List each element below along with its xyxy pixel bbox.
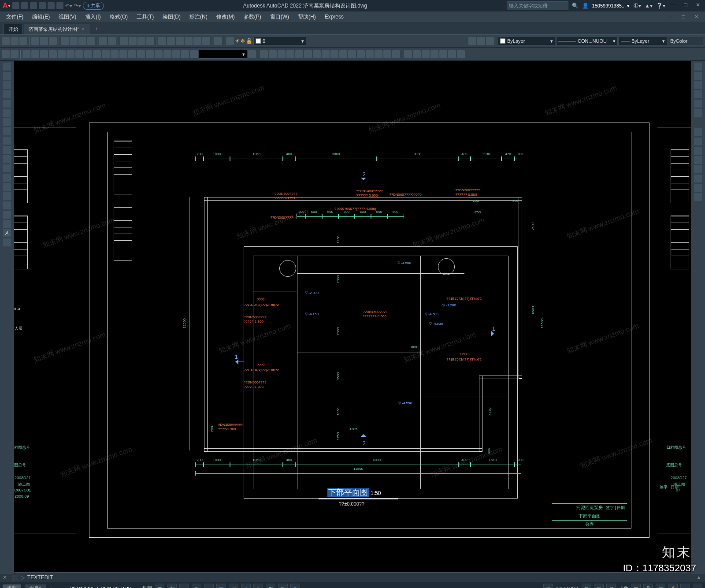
user-menu[interactable]: 15059991335... ▾ (592, 3, 630, 9)
ellipse-icon[interactable] (3, 146, 11, 154)
mirror-icon[interactable] (278, 50, 286, 58)
navwheel-icon[interactable] (694, 72, 702, 80)
vstyle-icon[interactable] (694, 147, 702, 155)
layer-lock-icon[interactable]: 🔓 (246, 38, 252, 44)
osnap-icon[interactable]: ◻ (216, 584, 226, 588)
units-display[interactable]: 小数 (619, 585, 628, 588)
tab-start[interactable]: 开始 (4, 24, 23, 34)
doc-close-icon[interactable]: ✕ (690, 14, 703, 20)
ortho-icon[interactable]: ⟂ (179, 584, 189, 588)
menu-param[interactable]: 参数(P) (239, 13, 266, 21)
menu-window[interactable]: 窗口(W) (266, 13, 293, 21)
redo-icon[interactable]: ↷▾ (74, 3, 81, 9)
dimarc-icon[interactable] (40, 50, 48, 58)
cut-icon[interactable] (61, 37, 69, 45)
doc-minimize-icon[interactable]: — (663, 14, 677, 20)
3dview-icon[interactable] (694, 138, 702, 145)
menu-edit[interactable]: 编辑(E) (28, 13, 54, 21)
share-button[interactable]: ✈共享 (83, 2, 104, 10)
lineweight-dropdown[interactable]: ByLayer▾ (619, 37, 667, 45)
gradient-icon[interactable] (3, 201, 11, 209)
cam-icon[interactable] (694, 193, 702, 201)
dyn-icon[interactable]: ⊕ (290, 584, 300, 588)
dimdia-icon[interactable] (75, 50, 83, 58)
revcloud-icon[interactable] (3, 127, 11, 135)
transp-icon[interactable]: ◧ (266, 584, 275, 588)
zoomprev-icon[interactable] (146, 37, 154, 45)
stretch-icon[interactable] (330, 50, 338, 58)
help-icon[interactable]: ❔▾ (656, 3, 665, 9)
pline-icon[interactable] (3, 81, 11, 89)
mtext-icon[interactable]: A (3, 229, 11, 237)
area-icon[interactable] (11, 50, 19, 58)
hw-icon[interactable]: ⚡ (668, 584, 678, 588)
linetype-dropdown[interactable]: CON...NUOU▾ (556, 37, 618, 45)
model-tab[interactable]: 模型 (3, 584, 21, 588)
save-icon[interactable] (30, 2, 37, 9)
color-dropdown[interactable]: ByLayer▾ (498, 37, 555, 45)
polygon-icon[interactable] (3, 90, 11, 98)
lyriso-icon[interactable] (486, 37, 494, 45)
close-button[interactable]: ✕ (694, 2, 702, 10)
draworder-icon[interactable] (404, 50, 412, 58)
lock-icon[interactable]: 🔒 (643, 584, 653, 588)
render-icon[interactable] (694, 184, 702, 192)
menu-express[interactable]: Express (320, 14, 348, 20)
copy-icon[interactable] (70, 37, 78, 45)
menu-modify[interactable]: 修改(M) (212, 13, 239, 21)
ws-icon[interactable]: ◫ (594, 584, 604, 588)
grad-icon[interactable] (422, 50, 430, 58)
layer-sun-icon[interactable]: ☀ (235, 38, 240, 44)
dimted-icon[interactable] (181, 50, 189, 58)
menu-insert[interactable]: 插入(I) (81, 13, 105, 21)
bound-icon[interactable] (430, 50, 438, 58)
rect-icon[interactable] (3, 100, 11, 108)
custom-icon[interactable]: ☰ (693, 584, 702, 588)
dimlin-icon[interactable] (22, 50, 30, 58)
grid-icon[interactable]: ▦ (155, 584, 164, 588)
showmo-icon[interactable] (694, 109, 702, 117)
menu-draw[interactable]: 绘图(D) (158, 13, 185, 21)
extend-icon[interactable] (348, 50, 356, 58)
scale-display[interactable]: 1:1 / 100% (556, 586, 579, 588)
search-input[interactable]: 键入关键字或短语 (507, 1, 568, 10)
fillet-icon[interactable] (383, 50, 391, 58)
lyr-icon[interactable] (226, 37, 234, 45)
scale-icon[interactable] (322, 50, 330, 58)
table-icon[interactable] (3, 220, 11, 228)
open-icon[interactable] (11, 37, 19, 45)
search-icon[interactable]: 🔍 (572, 3, 579, 9)
zoomext-icon[interactable] (694, 90, 702, 98)
model-canvas[interactable]: 知末网 www.znzmo.com 知末网 www.znzmo.com 知末网 … (14, 61, 691, 572)
preview-icon[interactable] (40, 37, 48, 45)
web-icon[interactable] (48, 2, 55, 9)
open-icon[interactable] (21, 2, 28, 9)
dimcon-icon[interactable] (111, 50, 119, 58)
dimstyle-dropdown[interactable]: ▾ (199, 50, 247, 59)
undo2-icon[interactable] (99, 37, 107, 45)
qp-icon[interactable]: ▤ (631, 584, 641, 588)
circle-icon[interactable] (3, 118, 11, 126)
ucs-icon[interactable] (694, 128, 702, 136)
minimize-button[interactable]: — (669, 2, 678, 10)
snap-icon[interactable]: ⨁ (167, 584, 177, 588)
revcl-icon[interactable] (457, 50, 465, 58)
zoom-icon[interactable] (129, 37, 137, 45)
copy2-icon[interactable] (269, 50, 277, 58)
spline-icon[interactable] (3, 137, 11, 145)
addsel-icon[interactable] (3, 238, 11, 246)
command-input[interactable] (25, 574, 693, 581)
menu-file[interactable]: 文件(F) (2, 13, 28, 21)
dimjog-icon[interactable] (67, 50, 74, 58)
isodraft-icon[interactable]: ▱ (204, 584, 214, 588)
help2-icon[interactable] (214, 37, 222, 45)
markup-icon[interactable] (193, 37, 201, 45)
light-icon[interactable] (694, 165, 702, 173)
toolpal-icon[interactable] (176, 37, 184, 45)
erase-icon[interactable] (260, 50, 268, 58)
jogln-icon[interactable] (163, 50, 171, 58)
drawing-title[interactable]: 下部平面图1:50 (327, 487, 381, 498)
wipe-icon[interactable] (448, 50, 456, 58)
pan2-icon[interactable] (694, 81, 702, 89)
dimord-icon[interactable] (49, 50, 57, 58)
